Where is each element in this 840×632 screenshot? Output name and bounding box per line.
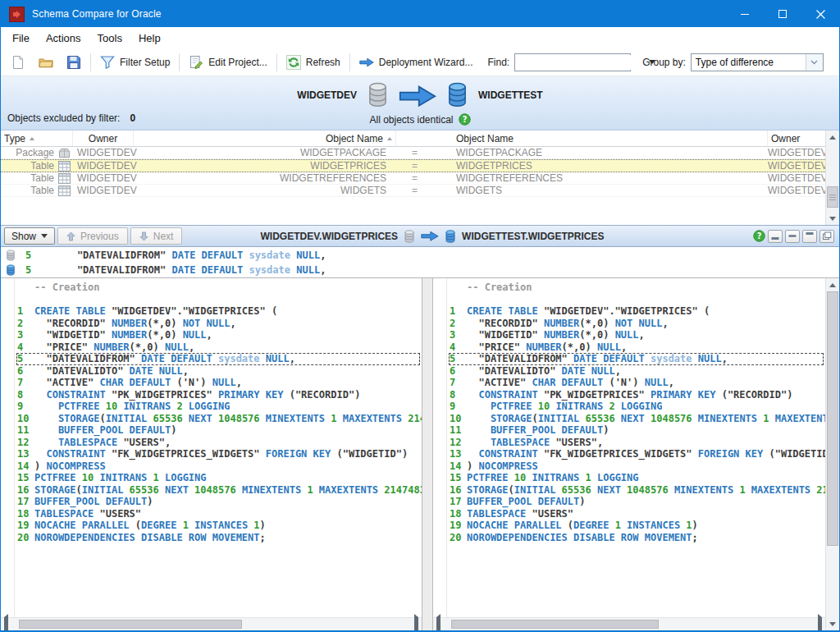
close-button[interactable] — [801, 1, 839, 27]
code-line: 19NOCACHE PARALLEL (DEGREE 1 INSTANCES 1… — [433, 520, 825, 532]
code-vertical-scrollbar[interactable] — [825, 278, 839, 630]
target-sql-code: -- Creation1CREATE TABLE "WIDGETDEV"."WI… — [433, 278, 825, 617]
menu-tools[interactable]: Tools — [89, 29, 130, 48]
deployment-wizard-button[interactable]: Deployment Wizard... — [353, 52, 480, 73]
scroll-left-button[interactable] — [4, 617, 8, 631]
scrollbar-thumb[interactable] — [827, 291, 838, 546]
code-line: 16STORAGE(INITIAL 65536 NEXT 1048576 MIN… — [1, 484, 422, 497]
table-row[interactable]: TableWIDGETDEVWIDGETREFERENCES=WIDGETREF… — [1, 172, 825, 185]
toolbar-separator — [90, 53, 91, 71]
source-horizontal-scrollbar[interactable] — [1, 617, 422, 630]
pane-layout-cascade-button[interactable] — [819, 230, 834, 243]
code-line: 7 "ACTIVE" CHAR DEFAULT ('N') NULL, — [433, 377, 825, 389]
scroll-up-button[interactable] — [826, 131, 839, 144]
previous-difference-button[interactable]: Previous — [57, 227, 128, 245]
code-line: 19NOCACHE PARALLEL (DEGREE 1 INSTANCES 1… — [1, 520, 422, 532]
pane-divider[interactable] — [422, 278, 432, 630]
menu-file[interactable]: File — [4, 29, 38, 48]
scroll-right-button[interactable] — [414, 617, 418, 631]
maximize-button[interactable] — [764, 1, 801, 27]
refresh-button[interactable]: Refresh — [280, 52, 347, 73]
direction-arrow-icon — [421, 231, 439, 241]
code-line: 4 "PRICE" NUMBER(*,0) NULL, — [1, 341, 422, 354]
table-row[interactable]: PackageWIDGETDEVWIDGETPACKAGE=WIDGETPACK… — [1, 147, 825, 159]
filter-setup-button[interactable]: Filter Setup — [94, 52, 176, 73]
pane-layout-top-button[interactable] — [802, 230, 817, 243]
column-header-object-name[interactable]: Object Name — [134, 131, 396, 146]
column-header-owner[interactable]: Owner — [73, 131, 134, 146]
diff-line[interactable]: 5 "DATEVALIDFROM" DATE DEFAULT sysdate N… — [1, 263, 839, 277]
minimize-icon — [741, 14, 749, 15]
target-horizontal-scrollbar[interactable] — [433, 617, 825, 630]
layout-split-icon — [788, 231, 797, 240]
scrollbar-thumb[interactable] — [451, 620, 659, 629]
scroll-down-button[interactable] — [826, 212, 839, 225]
find-input[interactable] — [515, 55, 649, 70]
chevron-down-icon — [806, 54, 823, 71]
code-line: 1CREATE TABLE "WIDGETDEV"."WIDGETPRICES"… — [1, 305, 422, 318]
previous-label: Previous — [80, 231, 119, 242]
grid-vertical-scrollbar[interactable] — [825, 131, 839, 225]
code-line: 11 BUFFER_POOL DEFAULT) — [433, 424, 825, 437]
sql-compare-area: -- Creation1CREATE TABLE "WIDGETDEV"."WI… — [1, 278, 839, 630]
equal-status: = — [396, 160, 433, 172]
dropdown-arrow-icon — [41, 234, 48, 238]
deployment-arrow-icon — [359, 55, 374, 70]
diff-line[interactable]: 5 "DATEVALIDFROM" DATE DEFAULT sysdate N… — [1, 248, 839, 263]
column-header-object-name-right[interactable]: Object Name — [433, 131, 768, 146]
pane-layout-bottom-button[interactable] — [768, 230, 783, 243]
close-icon — [816, 10, 825, 19]
scrollbar-track[interactable] — [826, 291, 839, 617]
next-difference-button[interactable]: Next — [130, 227, 183, 245]
deployment-wizard-label: Deployment Wizard... — [379, 57, 473, 68]
layout-top-icon — [805, 231, 815, 240]
code-line: 7 "ACTIVE" CHAR DEFAULT ('N') NULL, — [1, 377, 422, 389]
menu-actions[interactable]: Actions — [38, 29, 89, 48]
code-line: 3 "WIDGETID" NUMBER(*,0) NULL, — [433, 329, 825, 341]
scroll-up-button[interactable] — [826, 278, 839, 291]
menu-help[interactable]: Help — [130, 29, 169, 48]
new-project-button[interactable] — [4, 52, 32, 73]
code-line: 6 "DATEVALIDTO" DATE NULL, — [433, 365, 825, 378]
table-icon — [58, 173, 71, 184]
help-icon[interactable]: ? — [753, 230, 765, 242]
toolbar: Filter Setup Edit Project... Refresh Dep… — [1, 48, 839, 76]
scrollbar-thumb[interactable] — [19, 620, 242, 629]
show-dropdown-button[interactable]: Show — [4, 227, 55, 245]
column-header-type[interactable]: Type — [1, 131, 73, 146]
layout-bottom-icon — [770, 231, 780, 240]
code-line: 17BUFFER_POOL DEFAULT) — [433, 496, 825, 508]
scroll-right-button[interactable] — [818, 617, 822, 631]
group-by-label: Group by: — [642, 57, 686, 68]
filter-funnel-icon — [100, 55, 115, 70]
open-project-button[interactable] — [32, 52, 60, 73]
minimize-button[interactable] — [726, 1, 764, 27]
column-header-owner-right[interactable]: Owner — [768, 131, 825, 146]
code-line: 20NOROWDEPENDENCIES DISABLE ROW MOVEMENT… — [433, 532, 825, 544]
toolbar-separator — [179, 53, 180, 71]
code-comment-line: -- Creation — [1, 282, 422, 294]
edit-project-button[interactable]: Edit Project... — [182, 52, 273, 73]
scrollbar-thumb[interactable] — [827, 186, 838, 208]
table-icon — [58, 185, 71, 196]
scroll-down-button[interactable] — [826, 617, 839, 630]
code-line: 13 CONSTRAINT "FK_WIDGETPRICES_WIDGETS" … — [1, 448, 422, 460]
table-row[interactable]: TableWIDGETDEVWIDGETPRICES=WIDGETPRICESW… — [1, 159, 825, 172]
find-label: Find: — [487, 57, 509, 68]
table-icon — [58, 161, 71, 172]
pane-layout-split-button[interactable] — [785, 230, 800, 243]
code-line: 17BUFFER_POOL DEFAULT) — [1, 496, 422, 508]
code-line: 8 CONSTRAINT "PK_WIDGETPRICES" PRIMARY K… — [1, 389, 422, 401]
title-bar: Schema Compare for Oracle — [1, 1, 839, 27]
scrollbar-track[interactable] — [826, 144, 839, 212]
save-project-button[interactable] — [60, 52, 88, 73]
find-combobox[interactable] — [514, 53, 631, 71]
group-by-dropdown[interactable]: Type of difference — [691, 53, 824, 71]
code-line: 9 PCTFREE 10 INITRANS 2 LOGGING — [433, 401, 825, 413]
target-sql-pane: -- Creation1CREATE TABLE "WIDGETDEV"."WI… — [432, 278, 825, 630]
code-line: 14) NOCOMPRESS — [1, 460, 422, 473]
table-row[interactable]: TableWIDGETDEVWIDGETS=WIDGETSWIDGETDEV — [1, 185, 825, 197]
scroll-left-button[interactable] — [436, 617, 441, 631]
selected-source-object: WIDGETDEV.WIDGETPRICES — [261, 231, 399, 242]
help-icon[interactable]: ? — [459, 113, 471, 126]
